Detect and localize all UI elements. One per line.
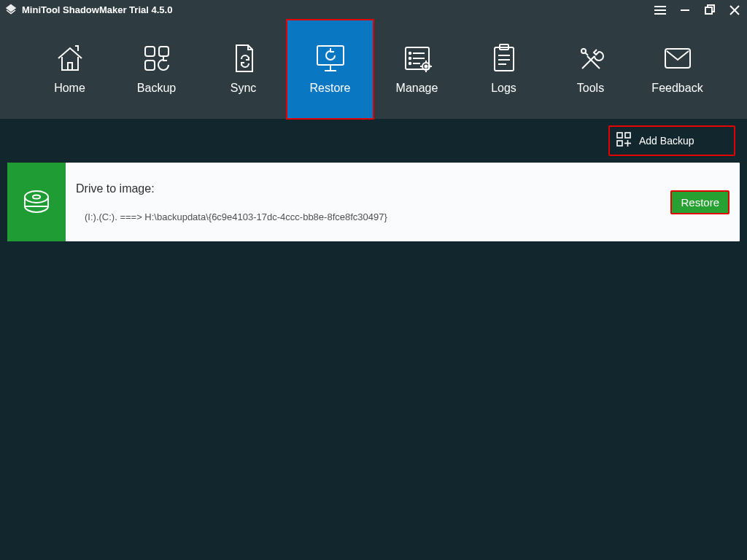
toolbar: Add Backup (0, 119, 747, 163)
svg-line-32 (585, 52, 588, 55)
svg-point-21 (425, 66, 427, 68)
app-title: MiniTool ShadowMaker Trial 4.5.0 (22, 4, 172, 15)
svg-point-14 (409, 52, 410, 54)
nav-label: Sync (231, 82, 257, 95)
manage-icon (401, 44, 433, 73)
nav-feedback[interactable]: Feedback (634, 20, 721, 119)
nav-label: Tools (577, 82, 604, 95)
add-backup-button[interactable]: Add Backup (608, 125, 735, 156)
main-nav: Home Backup Sync Restor (0, 20, 747, 119)
add-backup-label: Add Backup (639, 135, 694, 147)
add-grid-icon (616, 131, 632, 150)
nav-manage[interactable]: Manage (374, 20, 460, 119)
restore-icon (313, 44, 348, 73)
nav-label: Restore (309, 82, 350, 95)
backup-icon (141, 44, 173, 73)
close-button[interactable] (722, 0, 747, 20)
svg-rect-7 (145, 47, 155, 56)
nav-logs[interactable]: Logs (460, 20, 547, 119)
nav-label: Backup (137, 82, 176, 95)
svg-rect-8 (159, 47, 169, 56)
svg-rect-35 (625, 133, 630, 138)
logs-icon (490, 44, 518, 73)
nav-home[interactable]: Home (26, 20, 113, 119)
nav-backup[interactable]: Backup (113, 20, 200, 119)
home-icon (54, 44, 86, 73)
svg-rect-9 (145, 61, 155, 70)
backup-list: Drive to image: (I:).(C:). ===> H:\backu… (0, 163, 747, 241)
app-logo-icon (4, 4, 18, 17)
nav-sync[interactable]: Sync (200, 20, 287, 119)
maximize-button[interactable] (697, 0, 722, 20)
menu-button[interactable] (648, 0, 673, 20)
backup-entry: Drive to image: (I:).(C:). ===> H:\backu… (7, 163, 740, 241)
svg-point-16 (409, 58, 410, 59)
svg-rect-4 (705, 7, 712, 14)
sync-icon (229, 44, 258, 73)
svg-rect-36 (617, 141, 622, 146)
nav-label: Feedback (651, 82, 703, 95)
titlebar: MiniTool ShadowMaker Trial 4.5.0 (0, 0, 747, 20)
backup-entry-actions: Restore (670, 163, 740, 241)
svg-rect-33 (665, 49, 690, 68)
backup-entry-body: Drive to image: (I:).(C:). ===> H:\backu… (66, 163, 670, 241)
svg-rect-34 (617, 133, 622, 138)
nav-tools[interactable]: Tools (547, 20, 634, 119)
backup-entry-path: (I:).(C:). ===> H:\backupdata\{6c9e4103-… (76, 211, 670, 222)
svg-point-39 (25, 191, 48, 203)
drive-icon (7, 163, 66, 241)
svg-point-40 (33, 195, 40, 199)
nav-label: Logs (491, 82, 516, 95)
tools-icon (576, 44, 606, 73)
svg-point-18 (409, 63, 410, 64)
nav-label: Home (54, 82, 85, 95)
minimize-button[interactable] (673, 0, 697, 20)
backup-entry-title: Drive to image: (76, 182, 670, 195)
nav-label: Manage (396, 82, 438, 95)
feedback-icon (662, 44, 694, 73)
restore-button[interactable]: Restore (670, 190, 729, 214)
nav-restore[interactable]: Restore (287, 20, 374, 119)
